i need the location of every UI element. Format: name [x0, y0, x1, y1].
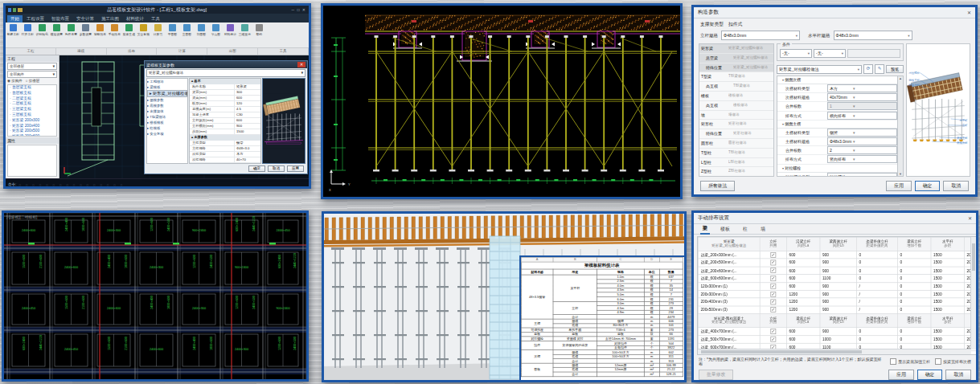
condition-select-1[interactable]: -无-▾ — [780, 49, 812, 58]
ok-button[interactable]: 确定 — [915, 181, 941, 191]
ribbon-button[interactable]: 平面图 — [166, 23, 179, 36]
prop-row[interactable]: 合并根数1▾ — [777, 102, 903, 111]
cad-viewport[interactable]: 梁模板支架参数 ✕ 矩形梁_对拉螺栓做法▾ ▸ 工程做法 ▸ 梁模板 ▸ 矩形梁… — [59, 55, 309, 178]
list-item[interactable]: · 首层板支模 — [8, 91, 56, 96]
preview-button[interactable]: 预览 — [886, 65, 904, 73]
method-list-item[interactable]: 特殊位置矩形柱做法 — [699, 129, 773, 139]
h-scrollbar[interactable] — [698, 349, 971, 354]
method-list-item[interactable]: 楼板楼板做法 — [699, 92, 773, 101]
prop-row[interactable]: 立杆纵距(mm)600 — [190, 118, 260, 124]
shared-pole-checkbox[interactable]: ✓ — [770, 329, 776, 334]
table-row[interactable]: 120x300mm (1)✓600900/015002002 — [698, 282, 977, 290]
table-row[interactable]: 边梁_200x300mm (...✓6009000015002002 — [698, 251, 977, 259]
category-tab[interactable]: 楼板 — [718, 225, 732, 234]
condition-select-2[interactable]: -无-▾ — [814, 49, 846, 58]
method-list-item[interactable]: 悬空梁矩形梁_对拉螺栓做法 — [699, 54, 773, 63]
panel-elevation-drawing[interactable]: YX — [321, 3, 683, 199]
method-list-item[interactable]: 矩形柱矩形柱做法 — [699, 120, 773, 129]
table-row[interactable]: 200x400mm (3)✓1200900/015002002 — [698, 298, 977, 306]
tree-item[interactable]: ▸ 支撑架体 — [147, 108, 187, 114]
prop-row[interactable]: 构件名称矩形梁 — [190, 84, 260, 90]
batch-edit-button[interactable]: 批量修改 — [699, 370, 733, 380]
prop-row[interactable]: 次楞规格40×70 — [190, 157, 260, 163]
panel-plan-drawing[interactable]: 2400×6002400×4001800×6002400×3001200×600… — [2, 210, 309, 382]
dialog-button[interactable]: 应用 — [287, 165, 304, 172]
ribbon-tab[interactable]: 工程设置 — [23, 15, 47, 22]
method-list[interactable]: 矩形梁矩形梁_对拉螺栓做法悬空梁矩形梁_对拉螺栓做法特殊位置矩形梁_对拉螺栓做法… — [699, 43, 774, 177]
ribbon-button[interactable]: 识别转化 — [35, 23, 49, 36]
ribbon-tab[interactable]: 施工出图 — [98, 15, 122, 22]
ribbon-tab[interactable]: 工具 — [148, 15, 163, 22]
tree-item[interactable]: ▸ 梁模板 — [147, 84, 187, 90]
ribbon-button[interactable]: 架体生成 — [122, 23, 136, 36]
prop-row[interactable]: 梁宽(mm)300 — [190, 90, 260, 96]
shared-pole-checkbox[interactable]: ✓ — [770, 292, 776, 297]
table-row[interactable]: 200x300mm (1)✓1200900/015002002 — [698, 290, 977, 298]
method-list-item[interactable]: T型柱T型柱做法 — [699, 149, 773, 158]
prop-row[interactable]: 对拉螺栓类型对拉螺栓▾ — [777, 173, 903, 178]
close-icon[interactable]: ✕ — [968, 215, 972, 221]
window-controls[interactable]: ─ □ ✕ — [291, 7, 306, 12]
tree-item[interactable]: ▸ 柱模板 — [147, 125, 187, 131]
ribbon-button[interactable]: 构件布置 — [64, 23, 78, 36]
property-grid[interactable]: ▲▼ 侧面次楞次楞材料类型木方▾次楞材料规格40x70mm▾合并根数1▾排布方式… — [777, 76, 904, 177]
shared-pole-checkbox[interactable]: ✓ — [770, 276, 776, 281]
scrollbar[interactable]: ▲▼ — [897, 76, 903, 176]
tree-item[interactable]: ▸ 安全复核 — [147, 131, 187, 137]
category-tab[interactable]: 梁 — [700, 224, 710, 235]
ribbon-tab[interactable]: 智能布置 — [48, 15, 72, 22]
shared-pole-checkbox[interactable]: ✓ — [770, 268, 776, 273]
prop-row[interactable]: 合并根数2▾ — [777, 146, 903, 155]
ribbon-button[interactable]: 安全复核 — [137, 23, 150, 36]
apply-button[interactable]: 应用 — [886, 181, 912, 191]
condition-input[interactable] — [847, 49, 900, 58]
list-item[interactable]: · 矩形梁 200x600 — [8, 134, 56, 137]
prop-row[interactable]: 排布方式横向排布▾ — [777, 112, 903, 121]
shared-pole-checkbox[interactable]: ✓ — [770, 284, 776, 289]
tree-item[interactable]: ▸ 侧模参数 — [147, 97, 187, 103]
list-item[interactable]: · 三层板支模 — [8, 112, 56, 118]
ribbon-button[interactable]: 手动排布 — [108, 23, 121, 36]
prop-row[interactable]: 次楞材料规格40x70mm▾ — [777, 93, 903, 102]
ribbon-button[interactable]: 剖面图 — [195, 23, 208, 36]
ribbon-tab[interactable]: 开始 — [7, 15, 23, 22]
table-row[interactable]: 边梁_200x500mm (...✓6009000015002002 — [698, 259, 977, 267]
ribbon-tab[interactable]: 材料统计 — [123, 15, 147, 22]
panel-3d-view[interactable]: ABCDE梁模板材料统计表材料名称用途规格单位数量48×3.5钢管水平杆1.0m… — [322, 211, 687, 382]
dialog-tree[interactable]: ▸ 工程做法 ▸ 梁模板 ▸ 矩形梁_对拉螺栓做法 ▸ 侧模参数 ▸ 底模参数 … — [146, 78, 188, 164]
cancel-button[interactable]: 取消 — [945, 370, 971, 380]
prop-row[interactable]: 次楞类型木方 — [190, 152, 260, 157]
ribbon-button[interactable]: 计算书 — [151, 23, 165, 36]
shared-pole-checkbox[interactable]: ✓ — [770, 300, 776, 305]
ribbon-button[interactable]: 智能排布 — [93, 23, 107, 36]
tree-item[interactable]: ▸ 底模参数 — [147, 103, 187, 108]
prop-row[interactable]: 主楞规格Φ48×3.0 — [190, 146, 260, 152]
tree-item[interactable]: ▸ T型梁做法 — [147, 114, 187, 120]
prop-row[interactable]: 立杆横距(mm)900 — [190, 124, 260, 129]
list-item[interactable]: · 三层梁支模 — [8, 107, 56, 112]
component-list[interactable]: · 首层梁支模· 首层板支模· 二层梁支模· 二层板支模· 三层梁支模· 三层板… — [7, 84, 57, 137]
prop-row[interactable]: 混凝土强度C30 — [190, 112, 260, 118]
ribbon-button[interactable]: 帮助 — [252, 23, 266, 36]
prop-row[interactable]: 排布方式竖向排布▾ — [777, 155, 903, 164]
checkbox-2[interactable]: 按梁宽排布次楞 — [935, 358, 971, 365]
method-list-item[interactable]: 特殊位置矩形梁_对拉螺栓做法 — [699, 63, 773, 73]
method-list-item[interactable]: T型梁T型梁做法 — [699, 72, 773, 82]
list-item[interactable]: · 首层梁支模 — [8, 85, 56, 91]
close-icon[interactable]: ✕ — [297, 62, 305, 67]
prop-row[interactable]: 主楞材料类型钢管▾ — [777, 129, 903, 137]
ribbon-button[interactable]: 立面图 — [180, 23, 194, 36]
method-list-item[interactable]: 高支模楼板做法 — [699, 101, 773, 111]
ribbon-button[interactable]: 参数设置 — [79, 23, 92, 36]
shared-pole-checkbox[interactable]: ✓ — [770, 260, 776, 266]
ribbon-button[interactable]: 节点图 — [209, 23, 223, 36]
table-row[interactable]: 边梁_400x700mm (...✓6009000015002002 — [698, 328, 977, 336]
prop-row[interactable]: 板厚(mm)120 — [190, 101, 260, 107]
shared-pole-checkbox[interactable]: ✓ — [770, 337, 776, 342]
method-list-item[interactable]: L型柱L型柱做法 — [699, 158, 773, 168]
dialog-property-grid[interactable]: ▴ 基本构件名称矩形梁梁宽(mm)300梁高(mm)600板厚(mm)120支模… — [189, 78, 261, 164]
filter-radios[interactable]: ◉ 按构件○ 按楼层 — [6, 78, 59, 84]
category-tab[interactable]: 柱 — [740, 225, 750, 234]
prop-row[interactable]: 次楞材料类型木方▾ — [777, 84, 903, 93]
cancel-button[interactable]: 取消 — [943, 181, 969, 191]
